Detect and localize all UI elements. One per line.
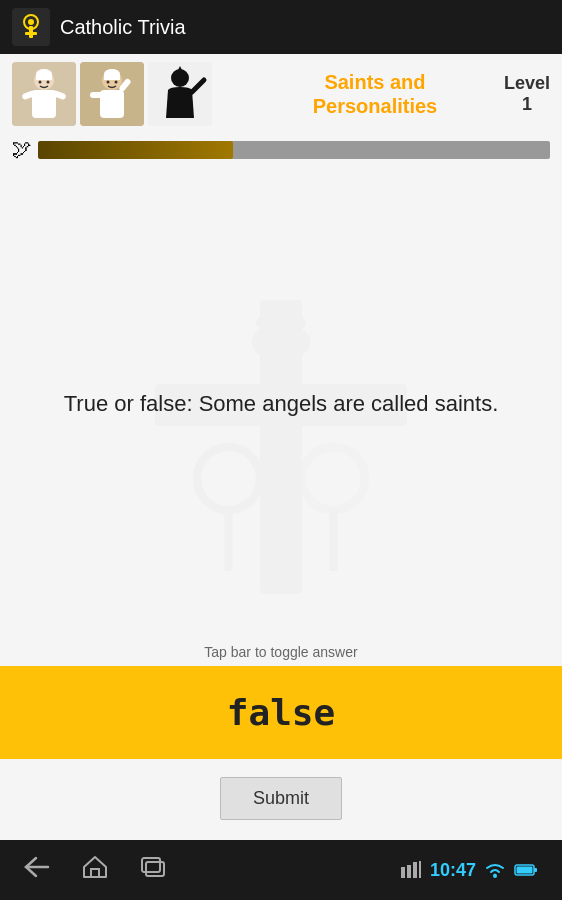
svg-rect-47 [534,868,537,872]
question-text: True or false: Some angels are called sa… [64,387,499,420]
home-icon[interactable] [82,855,108,885]
svg-rect-39 [146,862,164,876]
svg-point-31 [115,81,118,84]
svg-point-4 [28,19,34,25]
category-header: Saints and Personalities Level 1 [0,54,562,134]
progress-bar [38,141,550,159]
answer-text: false [227,692,335,733]
svg-rect-40 [401,867,405,878]
svg-rect-26 [104,74,120,80]
app-icon [12,8,50,46]
svg-rect-29 [90,92,104,98]
svg-point-21 [39,81,42,84]
submit-area: Submit [0,759,562,840]
svg-rect-46 [517,867,533,874]
level-info: Level 1 [504,73,550,115]
category-info: Saints and Personalities [254,70,496,118]
avatar-2 [80,62,144,126]
progress-bar-container: 🕊 [0,134,562,169]
svg-point-44 [493,874,497,878]
clock: 10:47 [430,860,476,881]
nav-icons-left [24,855,400,885]
title-bar: Catholic Trivia [0,0,562,54]
avatar-1 [12,62,76,126]
recents-icon[interactable] [140,856,166,884]
bottom-bar: 10:47 [0,840,562,900]
avatars [12,62,254,126]
main-content: Saints and Personalities Level 1 🕊 True … [0,54,562,840]
avatar-3-silhouette [148,62,212,126]
status-area: 10:47 [400,860,538,881]
progress-bar-fill [38,141,233,159]
svg-rect-37 [91,869,99,877]
category-name: Saints and Personalities [313,70,438,118]
svg-rect-42 [413,862,417,878]
level-number: 1 [522,94,532,115]
level-label: Level [504,73,550,94]
app-title: Catholic Trivia [60,16,186,39]
svg-point-22 [47,81,50,84]
tap-hint: Tap bar to toggle answer [0,638,562,666]
svg-rect-38 [142,858,160,872]
svg-point-30 [107,81,110,84]
svg-rect-43 [419,861,421,878]
question-area: True or false: Some angels are called sa… [0,169,562,638]
signal-icon [400,861,422,879]
submit-button[interactable]: Submit [220,777,342,820]
wifi-icon [484,861,506,879]
svg-rect-17 [36,74,52,80]
battery-icon [514,863,538,877]
svg-rect-3 [25,32,37,35]
back-icon[interactable] [24,856,50,884]
svg-marker-36 [84,857,106,877]
progress-icon: 🕊 [12,138,32,161]
svg-rect-41 [407,865,411,878]
answer-bar[interactable]: false [0,666,562,759]
answer-section: Tap bar to toggle answer false [0,638,562,759]
